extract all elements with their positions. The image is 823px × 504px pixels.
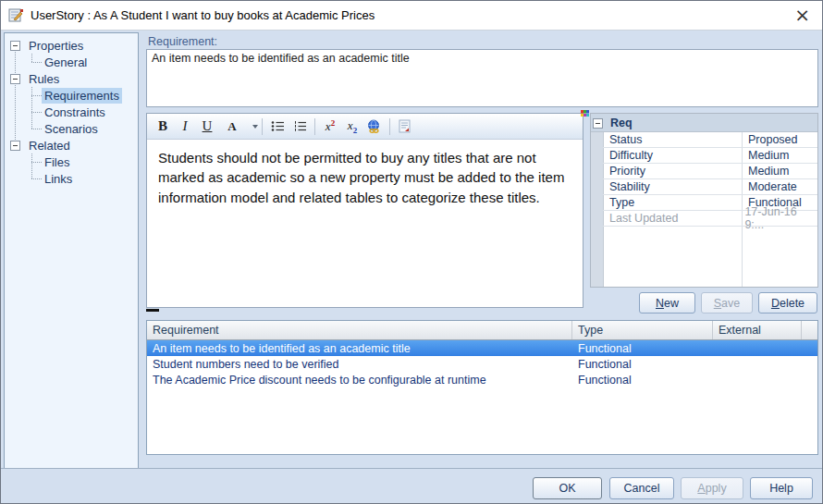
tree-item-constraints[interactable]: Constraints [42, 104, 108, 120]
apply-button[interactable]: Apply [681, 477, 743, 499]
tree-item-general[interactable]: General [42, 54, 90, 70]
property-value[interactable]: Medium [742, 149, 789, 162]
titlebar: UserStory : As A Student I want to buy b… [1, 1, 822, 31]
subscript-button[interactable]: x2 [341, 117, 363, 137]
property-row-status[interactable]: Status Proposed [603, 131, 817, 148]
superscript-button[interactable]: x2 [319, 117, 341, 137]
grid-gutter [591, 114, 604, 287]
document-preview-button[interactable] [394, 117, 416, 137]
cell-type: Functional [572, 358, 713, 371]
dialog-footer: OK Cancel Apply Help [1, 468, 822, 503]
nav-tree: Properties General Rules Requirements Co… [4, 32, 139, 470]
bold-button[interactable]: B [152, 117, 174, 137]
tree-item-label: Links [42, 171, 75, 187]
toolbar-separator [262, 118, 263, 135]
property-name: Type [603, 196, 742, 209]
delete-button[interactable]: Delete [758, 292, 817, 313]
new-button[interactable]: New [639, 292, 695, 313]
chevron-down-icon[interactable] [252, 125, 258, 129]
bullet-list-icon [271, 120, 285, 132]
property-name: Stability [603, 180, 742, 193]
property-name: Last Updated [603, 212, 738, 225]
font-color-bar [146, 309, 159, 312]
help-button[interactable]: Help [750, 477, 813, 499]
italic-button[interactable]: I [174, 117, 196, 137]
requirement-name-input[interactable]: An item needs to be identified as an aca… [146, 49, 818, 107]
cell-requirement: The Academic Price discount needs to be … [147, 374, 572, 387]
list-item[interactable]: Student numbers need to be verified Func… [147, 356, 817, 372]
editor-toolbar: B I U A [147, 114, 583, 140]
list-header: Requirement Type External [147, 321, 817, 340]
property-value[interactable]: Proposed [742, 133, 798, 146]
column-header-requirement[interactable]: Requirement [147, 321, 572, 339]
tree-item-label: General [42, 55, 90, 70]
tree-item-requirements[interactable]: Requirements [42, 87, 122, 104]
column-header-type[interactable]: Type [572, 321, 713, 339]
tree-connector [31, 129, 42, 129]
numbered-list-button[interactable] [289, 117, 311, 137]
cell-requirement: Student numbers need to be verified [147, 358, 572, 371]
save-button[interactable]: Save [701, 292, 753, 313]
tree-connector [31, 162, 42, 163]
collapse-icon[interactable] [10, 141, 20, 151]
property-value[interactable]: Moderate [742, 180, 797, 193]
list-item[interactable]: An item needs to be identified as an aca… [147, 340, 817, 356]
requirements-list: Requirement Type External An item needs … [146, 320, 818, 455]
tree-item-scenarios[interactable]: Scenarios [42, 120, 101, 137]
tree-connector [15, 45, 16, 145]
tree-connector [31, 62, 42, 63]
cell-requirement: An item needs to be identified as an aca… [147, 342, 572, 355]
cell-type: Functional [572, 342, 713, 355]
notes-editor: B I U A [146, 113, 583, 308]
requirement-properties-grid: Req Status Proposed Difficulty Medium Pr… [590, 113, 818, 288]
font-color-button[interactable]: A [218, 117, 246, 137]
userstory-properties-dialog: UserStory : As A Student I want to buy b… [0, 0, 823, 504]
property-row-priority[interactable]: Priority Medium [603, 163, 817, 179]
property-value[interactable]: Medium [742, 165, 789, 178]
numbered-list-icon [293, 120, 307, 132]
property-row-difficulty[interactable]: Difficulty Medium [603, 147, 817, 164]
color-palette-icon [581, 110, 589, 117]
globe-link-icon [367, 119, 382, 134]
tree-connector [31, 54, 32, 62]
tree-item-label: Files [42, 154, 72, 170]
tree-item-related[interactable]: Related [10, 137, 73, 154]
close-icon[interactable]: × [794, 4, 810, 26]
apply-button-label: Apply [697, 482, 726, 495]
toolbar-separator [314, 118, 315, 135]
ok-button-label: OK [559, 482, 575, 495]
font-color-letter: A [227, 122, 236, 131]
superscript-exp: 2 [331, 118, 336, 128]
tree-item-files[interactable]: Files [42, 154, 72, 170]
window-title: UserStory : As A Student I want to buy b… [31, 8, 375, 22]
tree-item-properties[interactable]: Properties [10, 37, 86, 54]
collapse-icon[interactable] [593, 118, 603, 129]
notes-text[interactable]: Students should not be permitted to buy … [147, 140, 583, 215]
property-name: Status [603, 133, 742, 146]
column-header-external[interactable]: External [713, 321, 802, 339]
ok-button[interactable]: OK [533, 477, 602, 499]
tree-item-label: Requirements [42, 88, 122, 104]
grid-title: Req [610, 117, 633, 129]
tree-connector [31, 87, 32, 129]
hyperlink-button[interactable] [363, 117, 386, 137]
cancel-button[interactable]: Cancel [609, 477, 674, 499]
help-button-label: Help [769, 482, 793, 495]
collapse-icon[interactable] [10, 41, 20, 51]
grid-header: Req [591, 114, 817, 132]
underline-button[interactable]: U [196, 117, 218, 137]
cell-type: Functional [572, 374, 713, 387]
bullet-list-button[interactable] [266, 117, 289, 137]
delete-button-label: Delete [771, 297, 805, 310]
tree-item-links[interactable]: Links [42, 170, 75, 187]
tree-item-label: Rules [26, 71, 62, 87]
property-row-stability[interactable]: Stability Moderate [603, 178, 817, 195]
tree-item-rules[interactable]: Rules [10, 70, 62, 87]
toolbar-separator [389, 118, 390, 135]
userstory-icon [8, 7, 24, 23]
collapse-icon[interactable] [10, 74, 20, 84]
list-item[interactable]: The Academic Price discount needs to be … [147, 372, 817, 387]
new-button-label: New [656, 297, 679, 310]
requirement-field-label: Requirement: [148, 35, 217, 48]
tree-connector [31, 178, 42, 179]
